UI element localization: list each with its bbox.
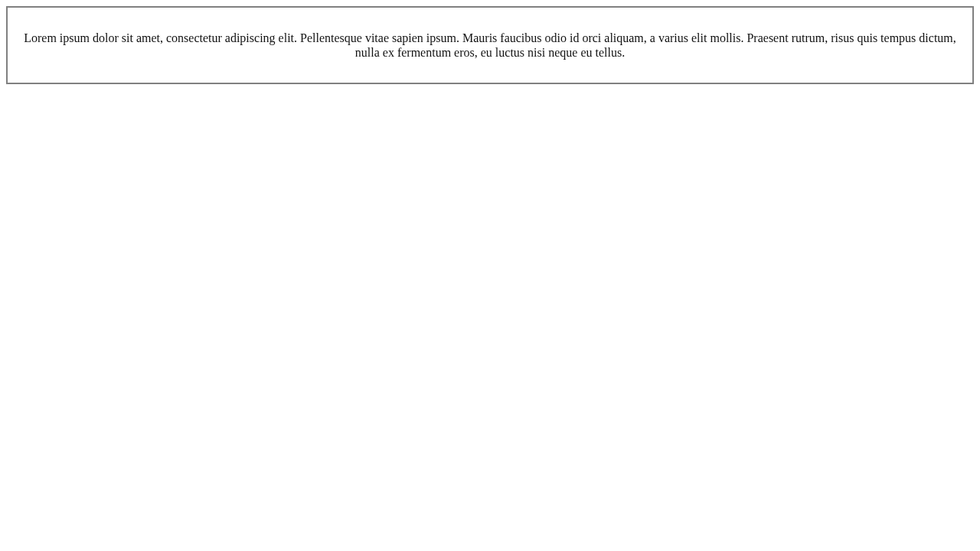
content-container: Lorem ipsum dolor sit amet, consectetur … bbox=[6, 6, 974, 84]
body-paragraph: Lorem ipsum dolor sit amet, consectetur … bbox=[18, 31, 962, 60]
